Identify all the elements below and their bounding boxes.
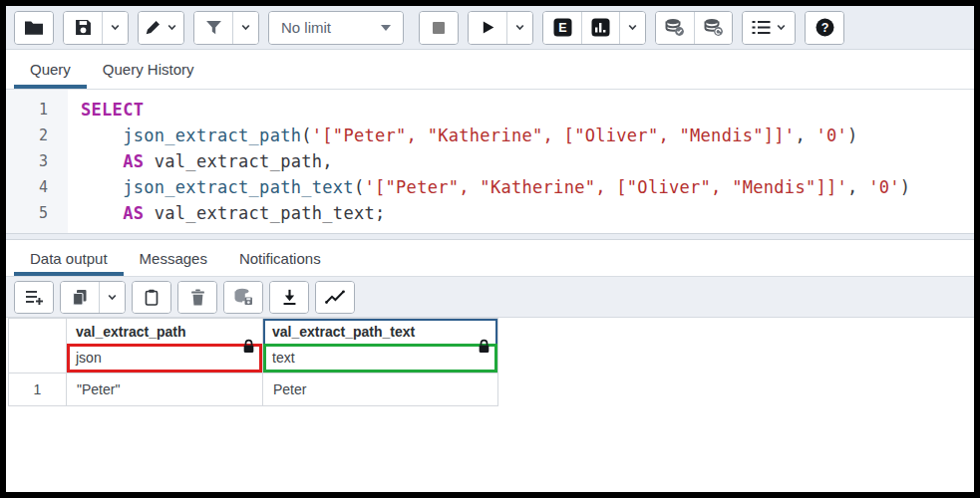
edit-options-button[interactable] xyxy=(139,12,183,44)
tab-messages[interactable]: Messages xyxy=(124,240,223,276)
chevron-down-icon xyxy=(240,22,251,33)
paste-button[interactable] xyxy=(133,282,170,313)
cell-val-extract-path[interactable]: "Peter" xyxy=(67,374,263,406)
limit-group: No limit xyxy=(268,11,404,45)
sql-identifier: val_extract_path_text; xyxy=(144,203,385,223)
save-button[interactable] xyxy=(64,12,102,44)
edit-group xyxy=(138,11,184,45)
numbered-list-icon xyxy=(752,20,771,35)
sql-indent xyxy=(81,177,123,197)
stop-button[interactable] xyxy=(420,12,458,44)
copy-options-button[interactable] xyxy=(99,282,125,313)
filter-options-button[interactable] xyxy=(232,12,258,44)
column-header-val-extract-path-text[interactable]: val_extract_path_text text xyxy=(263,319,498,374)
sql-function: json_extract_path_text xyxy=(123,177,354,197)
explain-button[interactable]: E xyxy=(543,12,581,44)
output-tabbar: Data output Messages Notifications xyxy=(6,240,974,277)
explain-analyze-button[interactable] xyxy=(581,12,619,44)
tab-notifications[interactable]: Notifications xyxy=(223,240,337,276)
execute-options-button[interactable] xyxy=(506,12,532,44)
add-row-button[interactable] xyxy=(15,282,53,313)
tab-query-history-label: Query History xyxy=(103,61,194,78)
explain-icon: E xyxy=(553,18,572,37)
lock-icon xyxy=(478,339,490,354)
line-number: 5 xyxy=(6,200,68,226)
sql-identifier: val_extract_path, xyxy=(144,151,333,171)
sql-keyword: SELECT xyxy=(81,100,144,120)
row-limit-select[interactable]: No limit xyxy=(269,12,403,44)
help-icon: ? xyxy=(816,18,834,37)
copy-button[interactable] xyxy=(61,282,99,313)
open-file-group xyxy=(14,11,54,45)
copy-group xyxy=(60,281,126,314)
cell-val-extract-path-text[interactable]: Peter xyxy=(263,374,498,406)
commit-icon xyxy=(665,18,685,37)
commit-button[interactable] xyxy=(656,12,694,44)
row-number-cell[interactable]: 1 xyxy=(9,374,67,406)
execute-group xyxy=(468,11,533,45)
tab-query-history[interactable]: Query History xyxy=(87,50,210,89)
trash-icon xyxy=(190,289,205,306)
grid-header-row: val_extract_path json val_extract_path_t… xyxy=(9,319,498,374)
macros-button[interactable] xyxy=(743,12,795,44)
sql-string: '["Peter", "Katherine", ["Oliver", "Mend… xyxy=(364,177,847,197)
svg-text:E: E xyxy=(558,21,566,35)
column-header-val-extract-path[interactable]: val_extract_path json xyxy=(67,319,263,374)
tab-messages-label: Messages xyxy=(140,250,207,267)
filter-button[interactable] xyxy=(194,12,232,44)
save-options-button[interactable] xyxy=(102,12,128,44)
download-icon xyxy=(282,289,297,306)
rollback-button[interactable] xyxy=(694,12,732,44)
column-type-text-green-annotation: text xyxy=(263,344,497,373)
execute-button[interactable] xyxy=(469,12,506,44)
save-data-changes-button[interactable] xyxy=(224,282,262,313)
filter-icon xyxy=(205,20,222,36)
tab-query[interactable]: Query xyxy=(14,50,87,89)
save-results-button[interactable] xyxy=(270,282,308,313)
paste-group xyxy=(132,281,171,314)
sql-string: '["Peter", "Katherine", ["Oliver", "Mend… xyxy=(312,125,796,145)
save-data-icon xyxy=(234,288,253,306)
column-name-val-extract-path: val_extract_path xyxy=(67,319,262,344)
chevron-down-icon xyxy=(627,22,638,33)
sql-indent xyxy=(81,125,123,145)
help-group: ? xyxy=(805,11,844,45)
tab-notifications-label: Notifications xyxy=(239,250,321,267)
sql-line-4: json_extract_path_text('["Peter", "Kathe… xyxy=(68,174,974,200)
sql-line-5: AS val_extract_path_text; xyxy=(68,200,974,226)
sql-string: '0' xyxy=(816,125,847,145)
help-button[interactable]: ? xyxy=(806,12,843,44)
query-tabbar: Query Query History xyxy=(6,50,974,90)
panel-splitter[interactable] xyxy=(6,233,974,240)
tab-data-output[interactable]: Data output xyxy=(14,240,124,276)
sql-editor[interactable]: 1 2 3 4 5 SELECT json_extract_path('["Pe… xyxy=(6,90,974,233)
column-name-val-extract-path-text: val_extract_path_text xyxy=(263,319,497,344)
sql-keyword: AS xyxy=(123,151,144,171)
screenshot-frame: No limit E xyxy=(0,0,980,498)
lock-icon xyxy=(242,339,255,354)
grid-corner-cell[interactable] xyxy=(9,319,67,374)
graph-visualiser-button[interactable] xyxy=(316,282,354,313)
open-file-button[interactable] xyxy=(15,12,53,44)
transaction-group xyxy=(655,11,733,45)
line-number: 3 xyxy=(6,148,68,174)
chevron-down-icon xyxy=(166,22,177,33)
chevron-down-icon xyxy=(514,22,525,33)
line-number: 1 xyxy=(6,97,68,123)
stop-icon xyxy=(432,21,446,35)
sql-indent xyxy=(81,203,123,223)
clipboard-icon xyxy=(144,289,160,306)
macros-group xyxy=(742,11,796,45)
explain-options-button[interactable] xyxy=(619,12,645,44)
results-grid: val_extract_path json val_extract_path_t… xyxy=(8,318,498,406)
add-row-group xyxy=(14,281,54,314)
column-type-json-red-annotation: json xyxy=(67,344,262,373)
line-number-gutter: 1 2 3 4 5 xyxy=(6,90,68,233)
sql-punct: ( xyxy=(354,177,365,197)
filter-group xyxy=(193,11,259,45)
delete-button[interactable] xyxy=(178,282,216,313)
table-row: 1 "Peter" Peter xyxy=(9,374,498,406)
data-output-toolbar xyxy=(6,277,974,318)
play-icon xyxy=(481,20,495,35)
tab-data-output-label: Data output xyxy=(30,250,108,267)
